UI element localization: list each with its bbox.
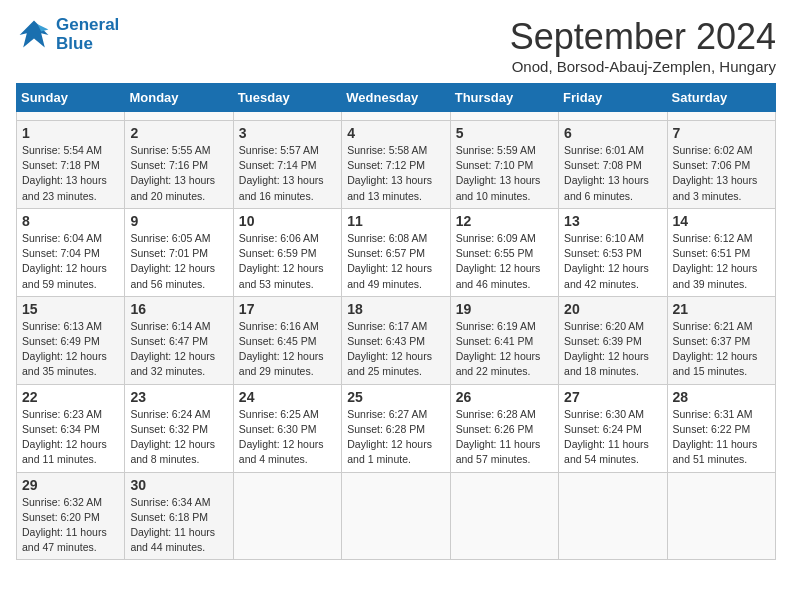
- col-thursday: Thursday: [450, 84, 558, 112]
- day-number: 28: [673, 389, 770, 405]
- day-number: 12: [456, 213, 553, 229]
- col-saturday: Saturday: [667, 84, 775, 112]
- calendar-cell: 7Sunrise: 6:02 AMSunset: 7:06 PMDaylight…: [667, 121, 775, 209]
- day-number: 24: [239, 389, 336, 405]
- calendar-row: 8Sunrise: 6:04 AMSunset: 7:04 PMDaylight…: [17, 208, 776, 296]
- day-info: Sunrise: 6:25 AMSunset: 6:30 PMDaylight:…: [239, 407, 336, 468]
- calendar-cell: [342, 472, 450, 560]
- day-number: 10: [239, 213, 336, 229]
- calendar-cell: 19Sunrise: 6:19 AMSunset: 6:41 PMDayligh…: [450, 296, 558, 384]
- calendar-cell: 12Sunrise: 6:09 AMSunset: 6:55 PMDayligh…: [450, 208, 558, 296]
- day-info: Sunrise: 6:02 AMSunset: 7:06 PMDaylight:…: [673, 143, 770, 204]
- day-info: Sunrise: 6:32 AMSunset: 6:20 PMDaylight:…: [22, 495, 119, 556]
- calendar-cell: 20Sunrise: 6:20 AMSunset: 6:39 PMDayligh…: [559, 296, 667, 384]
- calendar-row: 29Sunrise: 6:32 AMSunset: 6:20 PMDayligh…: [17, 472, 776, 560]
- day-number: 22: [22, 389, 119, 405]
- day-info: Sunrise: 6:21 AMSunset: 6:37 PMDaylight:…: [673, 319, 770, 380]
- day-number: 4: [347, 125, 444, 141]
- calendar-cell: 15Sunrise: 6:13 AMSunset: 6:49 PMDayligh…: [17, 296, 125, 384]
- day-number: 2: [130, 125, 227, 141]
- day-info: Sunrise: 6:27 AMSunset: 6:28 PMDaylight:…: [347, 407, 444, 468]
- logo-icon: [16, 17, 52, 53]
- day-info: Sunrise: 6:20 AMSunset: 6:39 PMDaylight:…: [564, 319, 661, 380]
- calendar-cell: 10Sunrise: 6:06 AMSunset: 6:59 PMDayligh…: [233, 208, 341, 296]
- day-number: 26: [456, 389, 553, 405]
- calendar-cell: 21Sunrise: 6:21 AMSunset: 6:37 PMDayligh…: [667, 296, 775, 384]
- day-info: Sunrise: 6:23 AMSunset: 6:34 PMDaylight:…: [22, 407, 119, 468]
- calendar-cell: [450, 472, 558, 560]
- calendar-cell: 9Sunrise: 6:05 AMSunset: 7:01 PMDaylight…: [125, 208, 233, 296]
- calendar-cell: 3Sunrise: 5:57 AMSunset: 7:14 PMDaylight…: [233, 121, 341, 209]
- day-info: Sunrise: 5:54 AMSunset: 7:18 PMDaylight:…: [22, 143, 119, 204]
- day-number: 23: [130, 389, 227, 405]
- calendar-header-row: Sunday Monday Tuesday Wednesday Thursday…: [17, 84, 776, 112]
- day-info: Sunrise: 6:14 AMSunset: 6:47 PMDaylight:…: [130, 319, 227, 380]
- day-info: Sunrise: 5:59 AMSunset: 7:10 PMDaylight:…: [456, 143, 553, 204]
- calendar-cell: [667, 112, 775, 121]
- calendar-table: Sunday Monday Tuesday Wednesday Thursday…: [16, 83, 776, 560]
- day-number: 18: [347, 301, 444, 317]
- day-number: 13: [564, 213, 661, 229]
- day-number: 9: [130, 213, 227, 229]
- calendar-cell: 25Sunrise: 6:27 AMSunset: 6:28 PMDayligh…: [342, 384, 450, 472]
- calendar-row: 22Sunrise: 6:23 AMSunset: 6:34 PMDayligh…: [17, 384, 776, 472]
- calendar-cell: 26Sunrise: 6:28 AMSunset: 6:26 PMDayligh…: [450, 384, 558, 472]
- col-monday: Monday: [125, 84, 233, 112]
- calendar-row: [17, 112, 776, 121]
- day-info: Sunrise: 6:28 AMSunset: 6:26 PMDaylight:…: [456, 407, 553, 468]
- calendar-cell: 24Sunrise: 6:25 AMSunset: 6:30 PMDayligh…: [233, 384, 341, 472]
- calendar-cell: [233, 472, 341, 560]
- day-info: Sunrise: 6:06 AMSunset: 6:59 PMDaylight:…: [239, 231, 336, 292]
- calendar-cell: 8Sunrise: 6:04 AMSunset: 7:04 PMDaylight…: [17, 208, 125, 296]
- calendar-cell: 13Sunrise: 6:10 AMSunset: 6:53 PMDayligh…: [559, 208, 667, 296]
- day-info: Sunrise: 6:05 AMSunset: 7:01 PMDaylight:…: [130, 231, 227, 292]
- calendar-row: 1Sunrise: 5:54 AMSunset: 7:18 PMDaylight…: [17, 121, 776, 209]
- day-info: Sunrise: 6:10 AMSunset: 6:53 PMDaylight:…: [564, 231, 661, 292]
- calendar-cell: [17, 112, 125, 121]
- day-info: Sunrise: 6:34 AMSunset: 6:18 PMDaylight:…: [130, 495, 227, 556]
- day-info: Sunrise: 6:08 AMSunset: 6:57 PMDaylight:…: [347, 231, 444, 292]
- day-info: Sunrise: 6:01 AMSunset: 7:08 PMDaylight:…: [564, 143, 661, 204]
- logo: General Blue: [16, 16, 119, 53]
- calendar-cell: 16Sunrise: 6:14 AMSunset: 6:47 PMDayligh…: [125, 296, 233, 384]
- calendar-cell: [559, 112, 667, 121]
- calendar-cell: 29Sunrise: 6:32 AMSunset: 6:20 PMDayligh…: [17, 472, 125, 560]
- day-number: 15: [22, 301, 119, 317]
- calendar-cell: [233, 112, 341, 121]
- day-number: 14: [673, 213, 770, 229]
- calendar-cell: [342, 112, 450, 121]
- col-sunday: Sunday: [17, 84, 125, 112]
- calendar-cell: 27Sunrise: 6:30 AMSunset: 6:24 PMDayligh…: [559, 384, 667, 472]
- calendar-cell: [450, 112, 558, 121]
- calendar-cell: 2Sunrise: 5:55 AMSunset: 7:16 PMDaylight…: [125, 121, 233, 209]
- day-info: Sunrise: 5:58 AMSunset: 7:12 PMDaylight:…: [347, 143, 444, 204]
- location-subtitle: Onod, Borsod-Abauj-Zemplen, Hungary: [510, 58, 776, 75]
- day-number: 7: [673, 125, 770, 141]
- day-info: Sunrise: 6:24 AMSunset: 6:32 PMDaylight:…: [130, 407, 227, 468]
- title-block: September 2024 Onod, Borsod-Abauj-Zemple…: [510, 16, 776, 75]
- day-info: Sunrise: 5:57 AMSunset: 7:14 PMDaylight:…: [239, 143, 336, 204]
- day-number: 11: [347, 213, 444, 229]
- day-number: 29: [22, 477, 119, 493]
- day-number: 6: [564, 125, 661, 141]
- day-info: Sunrise: 6:04 AMSunset: 7:04 PMDaylight:…: [22, 231, 119, 292]
- calendar-cell: 28Sunrise: 6:31 AMSunset: 6:22 PMDayligh…: [667, 384, 775, 472]
- calendar-cell: 1Sunrise: 5:54 AMSunset: 7:18 PMDaylight…: [17, 121, 125, 209]
- calendar-cell: [559, 472, 667, 560]
- day-info: Sunrise: 6:17 AMSunset: 6:43 PMDaylight:…: [347, 319, 444, 380]
- day-number: 21: [673, 301, 770, 317]
- calendar-cell: 5Sunrise: 5:59 AMSunset: 7:10 PMDaylight…: [450, 121, 558, 209]
- col-tuesday: Tuesday: [233, 84, 341, 112]
- day-number: 8: [22, 213, 119, 229]
- calendar-cell: 14Sunrise: 6:12 AMSunset: 6:51 PMDayligh…: [667, 208, 775, 296]
- calendar-row: 15Sunrise: 6:13 AMSunset: 6:49 PMDayligh…: [17, 296, 776, 384]
- day-number: 25: [347, 389, 444, 405]
- day-number: 27: [564, 389, 661, 405]
- page-header: General Blue September 2024 Onod, Borsod…: [16, 16, 776, 75]
- day-number: 5: [456, 125, 553, 141]
- day-number: 20: [564, 301, 661, 317]
- day-number: 3: [239, 125, 336, 141]
- day-info: Sunrise: 6:16 AMSunset: 6:45 PMDaylight:…: [239, 319, 336, 380]
- month-year-title: September 2024: [510, 16, 776, 58]
- col-wednesday: Wednesday: [342, 84, 450, 112]
